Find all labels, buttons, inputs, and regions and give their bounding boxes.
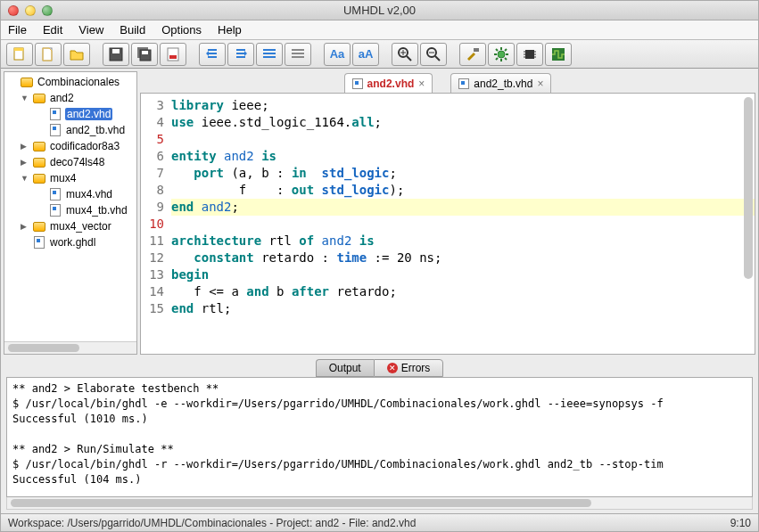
gear-icon[interactable] (488, 43, 515, 66)
uncomment-icon[interactable] (285, 43, 311, 66)
svg-rect-12 (474, 48, 479, 52)
svg-rect-7 (142, 51, 148, 54)
output-tabs: Output✕Errors (6, 357, 753, 377)
tab-and2-tb-vhd[interactable]: and2_tb.vhd× (450, 73, 551, 93)
file-icon (352, 78, 363, 89)
output-scrollbar[interactable] (6, 497, 753, 510)
tree-item-and2-tb-vhd[interactable]: and2_tb.vhd (4, 122, 136, 138)
editor-tabs: and2.vhd×and2_tb.vhd× (140, 71, 755, 93)
tree-item-deco74ls48[interactable]: ▶deco74ls48 (4, 154, 136, 170)
svg-rect-14 (525, 50, 534, 59)
menu-edit[interactable]: Edit (43, 23, 62, 37)
indent-right-icon[interactable] (227, 43, 254, 66)
output-tab-label: Errors (401, 362, 431, 374)
code-editor[interactable]: 3456789101112131415 library ieee;use iee… (140, 93, 755, 355)
menu-help[interactable]: Help (218, 23, 242, 37)
statusbar: Workspace: /Users/pgarrido/UMHDL/Combina… (1, 513, 758, 531)
status-left: Workspace: /Users/pgarrido/UMHDL/Combina… (8, 517, 416, 529)
tree-item-and2[interactable]: ▼and2 (4, 90, 136, 106)
tree-item-work-ghdl[interactable]: work.ghdl (4, 234, 136, 250)
tree-item-mux4-tb-vhd[interactable]: mux4_tb.vhd (4, 202, 136, 218)
code-area[interactable]: library ieee;use ieee.std_logic_1164.all… (168, 94, 755, 354)
output-panel: Output✕Errors ** and2 > Elaborate testbe… (1, 357, 758, 513)
tree-item-mux4-vector[interactable]: ▶mux4_vector (4, 218, 136, 234)
output-tab-label: Output (329, 362, 361, 374)
wave-icon[interactable] (545, 43, 572, 66)
toolbar: AaaA (1, 40, 758, 69)
pdf-icon[interactable] (160, 43, 186, 66)
titlebar: UMHDL v2,00 (1, 1, 758, 20)
zoom-out-icon[interactable] (420, 43, 447, 66)
menu-file[interactable]: File (8, 23, 27, 37)
menu-build[interactable]: Build (120, 23, 145, 37)
new-doc-icon[interactable] (35, 43, 62, 66)
tree-item-and2-vhd[interactable]: and2.vhd (4, 106, 136, 122)
comment-icon[interactable] (256, 43, 283, 66)
tree-item-mux4-vhd[interactable]: mux4.vhd (4, 186, 136, 202)
file-icon (458, 78, 469, 89)
project-tree[interactable]: Combinacionales▼and2and2.vhdand2_tb.vhd▶… (4, 71, 137, 355)
new-file-icon[interactable] (6, 43, 33, 66)
svg-rect-9 (169, 55, 177, 59)
tab-label: and2_tb.vhd (474, 78, 532, 90)
open-folder-icon[interactable] (63, 43, 90, 66)
zoom-in-icon[interactable] (392, 43, 418, 66)
close-window-button[interactable] (8, 5, 19, 16)
minimize-window-button[interactable] (25, 5, 36, 16)
menubar: FileEditViewBuildOptionsHelp (1, 20, 758, 40)
output-text[interactable]: ** and2 > Elaborate testbench ** $ /usr/… (6, 377, 753, 497)
tree-item-mux4[interactable]: ▼mux4 (4, 170, 136, 186)
menu-view[interactable]: View (78, 23, 103, 37)
sidebar-scrollbar[interactable] (4, 341, 136, 354)
hammer-icon[interactable] (459, 43, 486, 66)
save-all-icon[interactable] (131, 43, 158, 66)
tab-and2-vhd[interactable]: and2.vhd× (344, 73, 433, 93)
chip-icon[interactable] (516, 43, 543, 66)
save-icon[interactable] (103, 43, 129, 66)
close-icon[interactable]: × (418, 78, 425, 90)
output-tab-output[interactable]: Output (316, 359, 374, 377)
zoom-window-button[interactable] (42, 5, 53, 16)
tree-item-codificador8a3[interactable]: ▶codificador8a3 (4, 138, 136, 154)
indent-left-icon[interactable] (199, 43, 226, 66)
close-icon[interactable]: × (537, 78, 543, 90)
tree-root[interactable]: Combinacionales (4, 74, 136, 90)
font-small-icon[interactable]: Aa (324, 43, 351, 66)
output-tab-errors[interactable]: ✕Errors (374, 359, 444, 377)
svg-rect-1 (14, 48, 23, 51)
line-gutter: 3456789101112131415 (141, 94, 168, 354)
menu-options[interactable]: Options (161, 23, 202, 37)
svg-rect-4 (112, 49, 120, 53)
status-cursor-pos: 9:10 (730, 517, 751, 529)
svg-point-13 (498, 51, 505, 58)
window-title: UMHDL v2,00 (1, 4, 758, 17)
font-large-icon[interactable]: aA (352, 43, 379, 66)
tab-label: and2.vhd (367, 78, 415, 90)
error-icon: ✕ (387, 363, 398, 373)
editor-scrollbar[interactable] (744, 97, 753, 279)
